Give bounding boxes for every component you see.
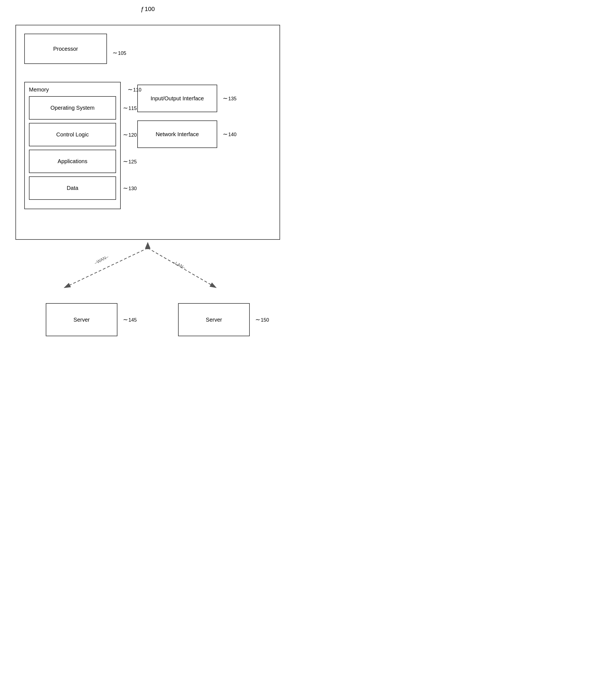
data-ref: ∼130 [123,185,137,192]
svg-line-0 [64,248,148,288]
memory-label: Memory [29,86,49,93]
os-label: Operating System [51,105,94,111]
connections-area: –WAN– –LAN– Server ∼145 [15,240,280,342]
io-interface-box: Input/Output Interface [137,85,217,112]
memory-label-row: Memory [29,86,116,93]
os-ref: ∼115 [123,104,137,112]
server1-box: Server [46,303,117,336]
right-column: Input/Output Interface ∼135 Network Inte… [137,82,217,148]
server1-ref: ∼145 [123,316,137,323]
fig-curly: ƒ [141,5,144,13]
middle-row: Memory Operating System ∼115 Control Log… [24,82,271,209]
server2-label: Server [206,317,222,323]
network-interface-box: Network Interface [137,121,217,148]
network-interface-label: Network Interface [156,131,199,138]
main-system-box: Processor ∼105 Memory Operating System [15,25,280,240]
applications-ref: ∼125 [123,158,137,165]
processor-label: Processor [53,46,78,52]
control-logic-box: Control Logic [29,123,116,146]
io-interface-ref: ∼135 [223,95,237,102]
wan-label: –WAN– [94,254,109,265]
connection-svg: –WAN– –LAN– [15,240,280,300]
server2-ref: ∼150 [255,316,269,323]
control-logic-ref: ∼120 [123,131,137,138]
applications-box: Applications [29,150,116,173]
server1-label: Server [74,317,90,323]
data-label: Data [67,185,78,191]
fig-id: 100 [145,5,155,12]
processor-ref: ∼105 [113,49,126,57]
bottom-servers-row: Server ∼145 Server ∼150 [15,303,280,342]
data-box: Data [29,177,116,200]
io-interface-label: Input/Output Interface [150,95,204,102]
lan-label: –LAN– [172,260,186,270]
processor-box: Processor [24,33,107,64]
memory-box: Memory Operating System ∼115 Control Log… [24,82,121,209]
diagram-container: ƒ100 Processor ∼105 Memory [7,5,288,342]
os-box: Operating System [29,96,116,120]
control-logic-label: Control Logic [56,131,89,138]
server2-box: Server [178,303,250,336]
applications-label: Applications [58,158,87,164]
network-interface-ref: ∼140 [223,131,237,138]
figure-label: ƒ100 [141,5,155,13]
